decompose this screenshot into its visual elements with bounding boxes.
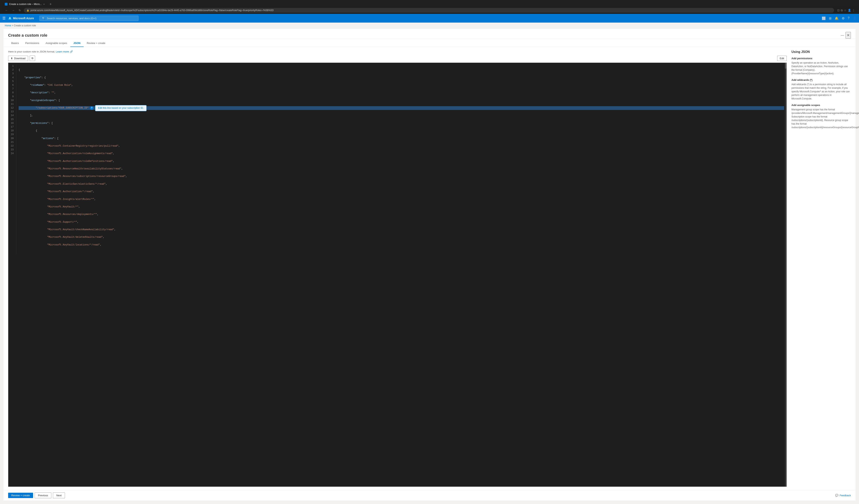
review-create-button[interactable]: Review + create: [8, 493, 33, 498]
code-line-24: "Microsoft.KeyVault/locations/*/read",: [19, 243, 784, 247]
search-icon: 🔍: [42, 17, 45, 20]
download-label: Download: [14, 57, 26, 60]
forward-button[interactable]: →: [11, 8, 16, 12]
code-line-14: "Microsoft.ResourceHealth/availabilitySt…: [19, 167, 784, 171]
tab-basics[interactable]: Basics: [8, 40, 22, 47]
panel-close-button[interactable]: ✕: [845, 32, 851, 39]
section-add-scopes-heading: Add assignable scopes: [792, 104, 851, 107]
code-line-13: "Microsoft.Authorization/roleDefinitions…: [19, 159, 784, 163]
edit-button[interactable]: Edit: [777, 56, 787, 61]
code-line-5: "assignableScopes": [: [19, 99, 784, 103]
tab-favicon: [5, 3, 7, 5]
star-icon[interactable]: ☆: [844, 9, 846, 12]
top-nav: ☰ Microsoft Azure 🔍 Search resources, se…: [0, 14, 859, 22]
tab-bar: Create a custom role – Micro... ✕ +: [2, 2, 857, 7]
code-line-10: "actions": [: [19, 137, 784, 140]
azure-logo-icon: [8, 16, 12, 20]
section-add-wildcards-body: Add wildcards (*) to a permission string…: [792, 82, 851, 101]
tab-json[interactable]: JSON: [70, 40, 84, 47]
json-section: Here is your custom role in JSON format.…: [8, 50, 787, 487]
azure-logo: Microsoft Azure: [8, 16, 34, 20]
code-line-7: ],: [19, 114, 784, 118]
back-button[interactable]: ←: [4, 8, 9, 12]
directory-icon[interactable]: ⊞: [829, 16, 831, 20]
profile-icon[interactable]: 👤: [848, 9, 851, 12]
callout-tooltip: Edit this line based on your subscriptio…: [95, 105, 147, 111]
code-content: { "properties": { "roleName": "C4C Custo…: [16, 64, 786, 254]
breadcrumb-home[interactable]: Home: [5, 24, 11, 27]
code-line-8: "permissions": [: [19, 121, 784, 125]
code-line-16: "Microsoft.ElasticSan/elasticSans/*/read…: [19, 182, 784, 186]
learn-more-link[interactable]: Learn more: [56, 50, 69, 53]
code-line-4: "description": "",: [19, 91, 784, 95]
panel-footer: Review + create Previous Next 💬 Feedback: [3, 490, 856, 501]
code-line-20: "Microsoft.Resources/deployments/*",: [19, 213, 784, 216]
tab-close-button[interactable]: ✕: [43, 3, 45, 5]
code-line-23: "Microsoft.KeyVault/deletedVaults/read",: [19, 235, 784, 239]
browser-actions: ⊡ ⧉ ☆ 👤 ⋮: [837, 9, 855, 12]
code-line-1: {: [19, 68, 784, 72]
browser-chrome: Create a custom role – Micro... ✕ + ← → …: [0, 0, 859, 14]
new-tab-button[interactable]: +: [48, 2, 53, 6]
external-link-icon: 🔗: [70, 50, 73, 53]
copy-button[interactable]: ⧉: [30, 56, 35, 61]
code-line-22: "Microsoft.KeyVault/checkNameAvailabilit…: [19, 228, 784, 232]
code-line-3: "roleName": "C4C Custom Role",: [19, 83, 784, 87]
panel-body: Here is your custom role in JSON format.…: [3, 47, 856, 490]
callout-badge: 7: [90, 106, 93, 110]
breadcrumb: Home > Create a custom role: [0, 22, 859, 29]
code-line-11: "Microsoft.ContainerRegistry/registries/…: [19, 144, 784, 148]
settings-icon[interactable]: ⚙: [842, 16, 845, 20]
lock-icon: 🔒: [27, 9, 29, 12]
json-description: Here is your custom role in JSON format.…: [8, 50, 787, 53]
cloudshell-icon[interactable]: ⬜: [822, 16, 826, 20]
code-editor[interactable]: 12345 678910 1112131415 1617181920 21222…: [8, 63, 787, 487]
code-scrollbar-thumb: [785, 63, 786, 69]
azure-shell: ☰ Microsoft Azure 🔍 Search resources, se…: [0, 14, 859, 504]
create-custom-role-panel: Create a custom role — ✕ Basics Permissi…: [3, 29, 856, 501]
copy-icon: ⧉: [31, 57, 33, 60]
hamburger-menu[interactable]: ☰: [2, 16, 5, 20]
screenshot-icon[interactable]: ⊡: [837, 9, 840, 12]
panel-header: Create a custom role — ✕: [3, 29, 856, 39]
active-tab[interactable]: Create a custom role – Micro... ✕: [2, 2, 47, 7]
tab-permissions[interactable]: Permissions: [22, 40, 42, 47]
json-toolbar: ⬇ Download ⧉ Edit: [8, 56, 787, 61]
section-add-permissions-heading: Add permissions: [792, 57, 851, 60]
code-line-9: {: [19, 129, 784, 133]
tab-assignable-scopes[interactable]: Assignable scopes: [42, 40, 70, 47]
breadcrumb-separator: >: [12, 24, 13, 27]
notifications-icon[interactable]: 🔔: [835, 16, 839, 20]
breadcrumb-current: Create a custom role: [14, 24, 36, 27]
feedback-button[interactable]: 💬 Feedback: [835, 494, 851, 497]
section-add-wildcards-heading: Add wildcards (*): [792, 78, 851, 81]
top-nav-actions: ⬜ ⊞ 🔔 ⚙ ? 👤: [822, 16, 857, 20]
tab-navigation: Basics Permissions Assignable scopes JSO…: [3, 40, 856, 47]
panel-title: Create a custom role: [8, 33, 839, 37]
next-button[interactable]: Next: [53, 492, 65, 498]
main-content: Home > Create a custom role Create a cus…: [0, 22, 859, 504]
code-line-12: "Microsoft.Authorization/roleAssignments…: [19, 152, 784, 155]
code-line-18: "Microsoft.Insights/alertRules/*",: [19, 198, 784, 201]
right-panel: Using JSON Add permissions Specify an op…: [792, 50, 851, 487]
code-scrollbar[interactable]: [785, 63, 786, 487]
address-bar-row: ← → ↻ 🔒 portal.azure.com/#view/Microsoft…: [2, 7, 857, 14]
download-button[interactable]: ⬇ Download: [8, 56, 28, 61]
azure-brand-name: Microsoft Azure: [13, 17, 34, 20]
extension-icon[interactable]: ⧉: [841, 9, 843, 12]
refresh-button[interactable]: ↻: [17, 8, 22, 12]
panel-dash: —: [841, 33, 844, 37]
search-placeholder: Search resources, services, and docs (G+…: [47, 17, 96, 20]
line-numbers: 12345 678910 1112131415 1617181920 21222…: [8, 64, 16, 254]
account-icon[interactable]: 👤: [853, 16, 857, 20]
tab-review-create[interactable]: Review + create: [84, 40, 108, 47]
help-icon[interactable]: ?: [848, 16, 849, 20]
right-panel-title: Using JSON: [792, 50, 851, 54]
code-line-2: "properties": {: [19, 76, 784, 80]
feedback-label: Feedback: [840, 494, 851, 497]
menu-icon[interactable]: ⋮: [852, 9, 855, 12]
search-bar[interactable]: 🔍 Search resources, services, and docs (…: [40, 16, 138, 21]
previous-button[interactable]: Previous: [35, 492, 51, 498]
code-line-15: "Microsoft.Resources/subscriptions/resou…: [19, 174, 784, 178]
address-bar[interactable]: 🔒 portal.azure.com/#view/Microsoft_Azure…: [24, 8, 834, 13]
